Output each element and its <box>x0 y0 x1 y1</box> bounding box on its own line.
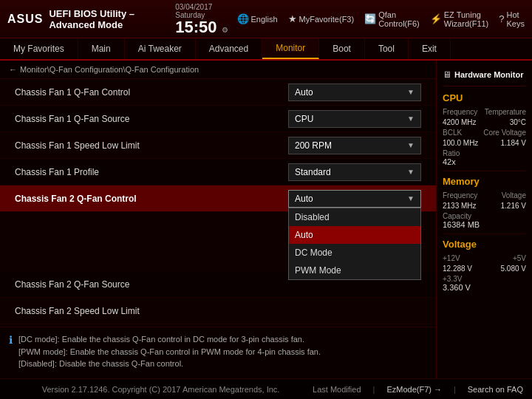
asus-logo: ASUS <box>7 13 43 26</box>
chassis2-source-label: Chassis Fan 2 Q-Fan Source <box>15 279 288 290</box>
hw-cpu-ratio: 42x <box>443 157 526 166</box>
chevron-down-icon: ▼ <box>407 168 415 176</box>
settings-gear-icon[interactable]: ⚙ <box>222 26 228 34</box>
hw-5v-label: +5V <box>513 254 526 262</box>
setting-row-chassis1-source: Chassis Fan 1 Q-Fan Source CPU ▼ <box>0 106 436 132</box>
chassis1-speed-dropdown: 200 RPM ▼ <box>288 137 421 154</box>
hw-12v-label: +12V <box>443 254 460 262</box>
footer-separator-1: | <box>373 385 375 394</box>
chassis1-source-dropdown: CPU ▼ <box>288 110 421 128</box>
dropdown-option-disabled[interactable]: Disabled <box>289 208 420 226</box>
main-panel: ← Monitor\Q-Fan Configuration\Q-Fan Conf… <box>0 61 436 378</box>
title-text: UEFI BIOS Utility – Advanced Mode <box>49 8 160 30</box>
language-tool[interactable]: 🌐 English <box>237 13 278 24</box>
tab-ai-tweaker[interactable]: Ai Tweaker <box>125 38 196 59</box>
datetime: 15:50 ⚙ <box>175 19 228 35</box>
setting-row-chassis1-profile: Chassis Fan 1 Profile Standard ▼ <box>0 159 436 185</box>
chevron-down-icon: ▼ <box>407 88 415 96</box>
qfan-tool[interactable]: 🔄 Qfan Control(F6) <box>364 10 420 28</box>
hot-keys-label: Hot Keys <box>507 10 525 28</box>
ez-tuning-tool[interactable]: ⚡ EZ Tuning Wizard(F11) <box>430 10 489 28</box>
hot-keys-tool[interactable]: ? Hot Keys <box>499 10 525 28</box>
tab-monitor[interactable]: Monitor <box>262 38 319 59</box>
hw-monitor-title: Hardware Monitor <box>454 70 524 79</box>
hw-memory-capacity: 16384 MB <box>443 220 526 229</box>
footer-right: Last Modified | EzMode(F7) → | Search on… <box>313 385 523 394</box>
chevron-down-icon: ▼ <box>407 194 415 202</box>
tab-tool[interactable]: Tool <box>365 38 409 59</box>
dropdown-option-auto[interactable]: Auto <box>289 226 420 244</box>
tab-exit[interactable]: Exit <box>409 38 451 59</box>
chassis2-control-btn[interactable]: Auto ▼ <box>288 190 421 208</box>
chassis1-profile-btn[interactable]: Standard ▼ <box>288 163 421 181</box>
ez-mode-button[interactable]: EzMode(F7) → <box>386 385 442 394</box>
hw-memvolt-label: Voltage <box>502 191 526 200</box>
chassis1-control-dropdown: Auto ▼ <box>288 83 421 101</box>
chassis1-speed-btn[interactable]: 200 RPM ▼ <box>288 137 421 154</box>
setting-row-chassis1-control: Chassis Fan 1 Q-Fan Control Auto ▼ <box>0 79 436 106</box>
chassis2-control-dropdown: Auto ▼ Disabled Auto DC Mode PWM Mode <box>288 190 421 208</box>
ez-icon: ⚡ <box>430 13 442 24</box>
time-display: 15:50 <box>175 19 216 35</box>
star-icon: ★ <box>288 13 297 24</box>
chassis2-control-menu: Disabled Auto DC Mode PWM Mode <box>288 208 421 280</box>
globe-icon: 🌐 <box>237 13 249 24</box>
search-faq-button[interactable]: Search on FAQ <box>468 385 523 394</box>
footer-separator-2: | <box>454 385 456 394</box>
hw-bclk-label-row: BCLK Core Voltage <box>443 129 526 137</box>
info-box: ℹ [DC mode]: Enable the chassis Q-Fan co… <box>0 327 436 378</box>
header-info: 03/04/2017 Saturday 15:50 ⚙ <box>175 3 228 35</box>
info-line-1: [DC mode]: Enable the chassis Q-Fan cont… <box>18 333 321 346</box>
hw-memory-voltage: 1.216 V <box>501 202 526 210</box>
setting-row-chassis1-speed: Chassis Fan 1 Speed Low Limit 200 RPM ▼ <box>0 132 436 159</box>
logo-area: ASUS UEFI BIOS Utility – Advanced Mode <box>7 8 160 30</box>
hw-cpu-section: CPU <box>443 92 526 103</box>
hw-bclk-val-row: 100.0 MHz 1.184 V <box>443 139 526 147</box>
hw-bclk-label: BCLK <box>443 129 462 137</box>
date-display: 03/04/2017 Saturday <box>175 3 228 19</box>
tab-advanced[interactable]: Advanced <box>196 38 262 59</box>
info-line-2: [PWM mode]: Enable the chassis Q-Fan con… <box>18 346 321 358</box>
tab-my-favorites[interactable]: My Favorites <box>0 38 78 59</box>
hw-memfreq-label: Frequency <box>443 191 477 200</box>
dropdown-option-pwm-mode[interactable]: PWM Mode <box>289 262 420 279</box>
hw-memory-frequency: 2133 MHz <box>443 202 477 210</box>
dropdown-option-dc-mode[interactable]: DC Mode <box>289 244 420 262</box>
footer: Version 2.17.1246. Copyright (C) 2017 Am… <box>0 378 532 399</box>
hw-cpu-temperature: 30°C <box>510 118 526 126</box>
hw-cpu-bclk: 100.0 MHz <box>443 139 478 147</box>
hw-divider-2 <box>443 233 526 234</box>
info-line-3: [Disabled]: Disable the chassis Q-Fan co… <box>18 358 321 370</box>
info-icon: ℹ <box>9 334 13 346</box>
hw-ratio-label: Ratio <box>443 149 526 157</box>
back-arrow-icon[interactable]: ← <box>9 65 17 74</box>
hw-voltage-12v: 12.288 V <box>443 265 472 273</box>
hw-voltage-5v: 5.080 V <box>501 265 526 273</box>
hw-mem-val-row: 2133 MHz 1.216 V <box>443 202 526 210</box>
chassis1-source-btn[interactable]: CPU ▼ <box>288 110 421 128</box>
setting-row-chassis2-speed: Chassis Fan 2 Speed Low Limit <box>0 298 436 324</box>
ez-mode-arrow-icon: → <box>434 385 442 394</box>
last-modified-label: Last Modified <box>313 385 361 394</box>
chassis1-profile-dropdown: Standard ▼ <box>288 163 421 181</box>
hw-temp-label: Temperature <box>485 108 526 116</box>
hw-memory-section: Memory <box>443 176 526 187</box>
hw-freq-label: Frequency <box>443 108 477 116</box>
chassis2-control-label: Chassis Fan 2 Q-Fan Control <box>15 194 288 204</box>
qfan-label: Qfan Control(F6) <box>378 10 420 28</box>
chassis2-speed-label: Chassis Fan 2 Speed Low Limit <box>15 306 288 316</box>
hw-mem-label-row: Frequency Voltage <box>443 191 526 200</box>
tab-boot[interactable]: Boot <box>319 38 365 59</box>
hw-volt12-val-row: 12.288 V 5.080 V <box>443 265 526 273</box>
chassis1-profile-label: Chassis Fan 1 Profile <box>15 167 288 177</box>
hw-cpu-frequency: 4200 MHz <box>443 118 477 126</box>
breadcrumb-path: Monitor\Q-Fan Configuration\Q-Fan Config… <box>20 65 199 74</box>
hw-monitor-panel: 🖥 Hardware Monitor CPU Frequency Tempera… <box>436 61 532 378</box>
qfan-icon: 🔄 <box>364 13 376 24</box>
chassis1-control-btn[interactable]: Auto ▼ <box>288 83 421 101</box>
header: ASUS UEFI BIOS Utility – Advanced Mode 0… <box>0 0 532 38</box>
hw-voltage-33v: 3.360 V <box>443 283 526 292</box>
tab-main[interactable]: Main <box>78 38 125 59</box>
hw-cpu-freq-val-row: 4200 MHz 30°C <box>443 118 526 126</box>
myfavorite-tool[interactable]: ★ MyFavorite(F3) <box>288 13 355 24</box>
